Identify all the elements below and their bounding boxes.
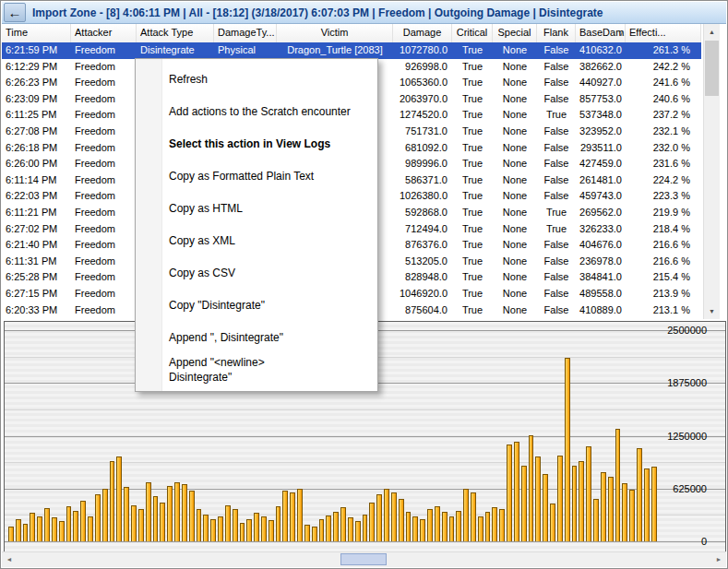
cell-base_damage[interactable]: 404676.0 — [576, 237, 626, 254]
column-header-flank[interactable]: Flank — [537, 24, 576, 42]
cell-damage[interactable]: 586371.0 — [393, 172, 452, 189]
cell-attacker[interactable]: Freedom — [71, 156, 137, 172]
cell-attacker[interactable]: Freedom — [71, 107, 137, 124]
back-button[interactable]: ← — [4, 3, 26, 22]
cell-special[interactable]: None — [493, 156, 537, 172]
menu-item[interactable]: Copy as HTML — [136, 193, 377, 225]
cell-damage[interactable]: 1046920.0 — [393, 286, 452, 302]
cell-attacker[interactable]: Freedom — [71, 91, 137, 108]
cell-effectiveness[interactable]: 215.4 % — [626, 269, 701, 286]
cell-flank[interactable]: False — [537, 42, 576, 59]
cell-critical[interactable]: True — [452, 42, 493, 59]
cell-damage[interactable]: 989996.0 — [393, 156, 452, 172]
cell-special[interactable]: None — [493, 107, 537, 124]
menu-item[interactable]: Append "<newline> Disintegrate" — [136, 354, 377, 386]
cell-effectiveness[interactable]: 237.2 % — [626, 107, 701, 124]
cell-damage[interactable]: 1072780.0 — [393, 42, 452, 59]
cell-effectiveness[interactable]: 218.4 % — [626, 221, 701, 238]
cell-base_damage[interactable]: 410632.0 — [576, 42, 626, 59]
scroll-left-button[interactable]: ◄ — [2, 552, 17, 566]
cell-special[interactable]: None — [493, 221, 537, 238]
cell-effectiveness[interactable]: 216.6 % — [626, 254, 701, 270]
cell-flank[interactable]: False — [537, 188, 576, 205]
cell-flank[interactable]: False — [537, 75, 576, 91]
cell-time[interactable]: 6:25:28 PM — [2, 269, 71, 286]
cell-special[interactable]: None — [493, 91, 537, 108]
cell-base_damage[interactable]: 236978.0 — [576, 254, 626, 270]
cell-time[interactable]: 6:12:29 PM — [2, 59, 71, 76]
cell-effectiveness[interactable]: 242.2 % — [626, 59, 701, 76]
cell-attack_type[interactable]: Disintegrate — [137, 42, 214, 59]
cell-effectiveness[interactable]: 224.2 % — [626, 172, 701, 189]
cell-time[interactable]: 6:26:00 PM — [2, 156, 71, 172]
cell-critical[interactable]: True — [452, 302, 493, 319]
cell-time[interactable]: 6:23:09 PM — [2, 91, 71, 108]
cell-critical[interactable]: True — [452, 237, 493, 254]
cell-effectiveness[interactable]: 231.6 % — [626, 156, 701, 172]
scroll-up-button[interactable]: ▲ — [704, 24, 720, 40]
cell-special[interactable]: None — [493, 75, 537, 91]
cell-damage_type[interactable]: Physical — [214, 42, 277, 59]
cell-flank[interactable]: False — [537, 302, 576, 319]
cell-base_damage[interactable]: 269562.0 — [576, 205, 626, 221]
cell-flank[interactable]: False — [537, 140, 576, 157]
column-header-attack_type[interactable]: Attack Type — [137, 24, 214, 42]
cell-critical[interactable]: True — [452, 75, 493, 91]
chart-horizontal-scrollbar[interactable]: ◄ ► — [2, 551, 726, 567]
cell-base_damage[interactable]: 459743.0 — [576, 188, 626, 205]
vertical-scrollbar-thumb[interactable] — [705, 41, 719, 96]
cell-critical[interactable]: True — [452, 124, 493, 140]
cell-base_damage[interactable]: 427459.0 — [576, 156, 626, 172]
column-header-attacker[interactable]: Attacker — [71, 24, 137, 42]
cell-damage[interactable]: 1026380.0 — [393, 188, 452, 205]
cell-damage[interactable]: 751731.0 — [393, 124, 452, 140]
cell-base_damage[interactable]: 410889.0 — [576, 302, 626, 319]
cell-special[interactable]: None — [493, 254, 537, 270]
cell-time[interactable]: 6:11:21 PM — [2, 205, 71, 221]
cell-effectiveness[interactable]: 232.1 % — [626, 124, 701, 140]
cell-effectiveness[interactable]: 223.3 % — [626, 188, 701, 205]
cell-damage[interactable]: 712494.0 — [393, 221, 452, 238]
cell-critical[interactable]: True — [452, 172, 493, 189]
menu-item[interactable]: Select this action in View Logs — [136, 128, 377, 160]
column-header-effectiveness[interactable]: Effecti... — [626, 24, 701, 42]
cell-attacker[interactable]: Freedom — [71, 42, 137, 59]
cell-attacker[interactable]: Freedom — [71, 254, 137, 270]
cell-base_damage[interactable]: 382662.0 — [576, 59, 626, 76]
cell-special[interactable]: None — [493, 205, 537, 221]
cell-special[interactable]: None — [493, 237, 537, 254]
column-header-time[interactable]: Time — [2, 24, 71, 42]
cell-time[interactable]: 6:22:03 PM — [2, 188, 71, 205]
cell-attacker[interactable]: Freedom — [71, 59, 137, 76]
cell-effectiveness[interactable]: 261.3 % — [626, 42, 701, 59]
cell-critical[interactable]: True — [452, 254, 493, 270]
cell-base_damage[interactable]: 326233.0 — [576, 221, 626, 238]
cell-base_damage[interactable]: 537348.0 — [576, 107, 626, 124]
column-header-damage_type[interactable]: DamageTy... — [214, 24, 277, 42]
cell-special[interactable]: None — [493, 269, 537, 286]
cell-effectiveness[interactable]: 240.6 % — [626, 91, 701, 108]
cell-attacker[interactable]: Freedom — [71, 124, 137, 140]
menu-item[interactable]: Refresh — [136, 64, 377, 96]
cell-damage[interactable]: 876376.0 — [393, 237, 452, 254]
cell-time[interactable]: 6:27:02 PM — [2, 221, 71, 238]
cell-flank[interactable]: False — [537, 172, 576, 189]
cell-flank[interactable]: False — [537, 59, 576, 76]
cell-time[interactable]: 6:26:18 PM — [2, 140, 71, 157]
cell-damage[interactable]: 681092.0 — [393, 140, 452, 157]
cell-effectiveness[interactable]: 213.1 % — [626, 302, 701, 319]
cell-flank[interactable]: False — [537, 156, 576, 172]
cell-time[interactable]: 6:26:23 PM — [2, 75, 71, 91]
cell-special[interactable]: None — [493, 188, 537, 205]
cell-base_damage[interactable]: 384841.0 — [576, 269, 626, 286]
menu-item[interactable]: Add actions to the Scratch encounter — [136, 96, 377, 128]
cell-effectiveness[interactable]: 219.9 % — [626, 205, 701, 221]
cell-critical[interactable]: True — [452, 221, 493, 238]
menu-item[interactable]: Copy as CSV — [136, 257, 377, 290]
cell-damage[interactable]: 926998.0 — [393, 59, 452, 76]
table-row[interactable]: 6:21:59 PMFreedomDisintegratePhysicalDra… — [2, 42, 701, 59]
cell-flank[interactable]: False — [537, 91, 576, 108]
cell-critical[interactable]: True — [452, 188, 493, 205]
cell-attacker[interactable]: Freedom — [71, 269, 137, 286]
cell-base_damage[interactable]: 323952.0 — [576, 124, 626, 140]
